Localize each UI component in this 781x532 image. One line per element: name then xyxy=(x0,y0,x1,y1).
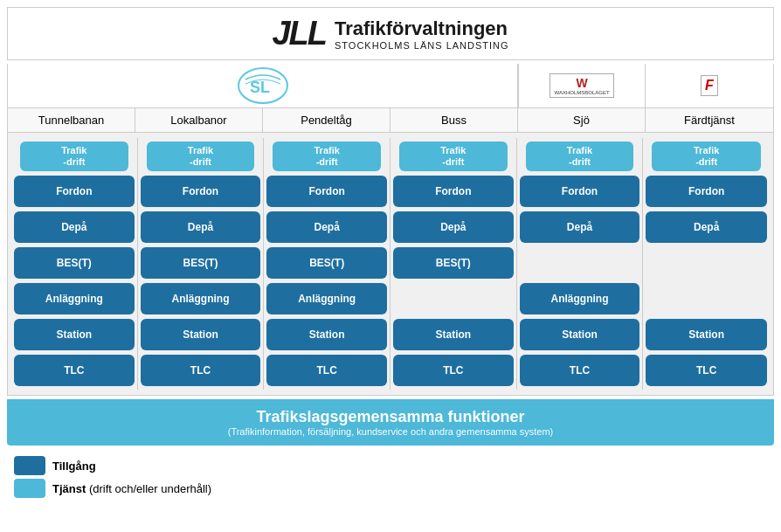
grid-btn-pendeltag-Anlggning[interactable]: Anläggning xyxy=(266,283,387,314)
waxholm-label: WAXHOLMSBOLAGET xyxy=(554,90,609,95)
grid-btn-pendeltag-Station[interactable]: Station xyxy=(266,319,387,350)
waxholm-logo-icon: W WAXHOLMSBOLAGET xyxy=(549,73,613,98)
grid-col-sjo: Trafik -driftFordonDepåAnläggningStation… xyxy=(517,138,644,390)
legend: Tillgång Tjänst (drift och/eller underhå… xyxy=(7,456,774,498)
legend-tjanst-label: Tjänst (drift och/eller underhåll) xyxy=(52,482,211,495)
col-header-buss: Buss xyxy=(390,108,518,132)
grid-btn-lokalbanor-Trafikdrift[interactable]: Trafik -drift xyxy=(147,142,255,171)
grid-empty-cell xyxy=(646,283,767,314)
legend-tjanst-normal: (drift och/eller underhåll) xyxy=(86,482,211,495)
grid-btn-tunnelbanan-BEST[interactable]: BES(T) xyxy=(14,247,135,279)
grid-btn-lokalbanor-TLC[interactable]: TLC xyxy=(141,355,261,386)
grid-btn-buss-BEST[interactable]: BES(T) xyxy=(393,247,514,279)
bottom-bar-subtitle: (Trafikinformation, försäljning, kundser… xyxy=(16,426,765,437)
grid-btn-pendeltag-Trafikdrift[interactable]: Trafik -drift xyxy=(273,142,381,171)
grid-btn-lokalbanor-Dep[interactable]: Depå xyxy=(141,211,261,243)
legend-item-tjanst: Tjänst (drift och/eller underhåll) xyxy=(14,479,774,498)
grid-btn-sjo-TLC[interactable]: TLC xyxy=(520,355,640,386)
col-header-tunnelbanan: Tunnelbanan xyxy=(8,108,135,132)
legend-item-tillgang: Tillgång xyxy=(14,456,774,475)
grid-btn-lokalbanor-Fordon[interactable]: Fordon xyxy=(141,176,261,207)
grid-col-tunnelbanan: Trafik -driftFordonDepåBES(T)AnläggningS… xyxy=(11,138,138,390)
grid-col-pendeltag: Trafik -driftFordonDepåBES(T)AnläggningS… xyxy=(264,138,390,390)
page: JLL Trafikförvaltningen STOCKHOLMS LÄNS … xyxy=(0,0,781,505)
grid-empty-cell xyxy=(520,247,640,279)
legend-tillgang-label: Tillgång xyxy=(52,459,96,473)
grid-btn-fardtjanst-Station[interactable]: Station xyxy=(646,319,767,350)
grid-btn-tunnelbanan-Dep[interactable]: Depå xyxy=(14,211,135,243)
header: JLL Trafikförvaltningen STOCKHOLMS LÄNS … xyxy=(7,7,774,60)
grid-btn-sjo-Trafikdrift[interactable]: Trafik -drift xyxy=(526,142,634,171)
fardtjanst-letter: F xyxy=(705,78,714,93)
bottom-bar: Trafikslagsgemensamma funktioner (Trafik… xyxy=(7,399,774,446)
grid-btn-sjo-Dep[interactable]: Depå xyxy=(520,211,640,243)
waxholm-w-letter: W xyxy=(576,76,587,90)
col-header-pendeltag: Pendeltåg xyxy=(263,108,390,132)
col-header-lokalbanor: Lokalbanor xyxy=(135,108,263,132)
sub-header-logos: SL W WAXHOLMSBOLAGET F xyxy=(7,64,774,107)
grid-btn-pendeltag-TLC[interactable]: TLC xyxy=(266,355,387,386)
grid-btn-pendeltag-Fordon[interactable]: Fordon xyxy=(266,176,387,207)
grid-btn-pendeltag-BEST[interactable]: BES(T) xyxy=(266,247,387,279)
legend-light-box xyxy=(14,479,45,498)
fardtjanst-logo-icon: F xyxy=(701,75,718,96)
grid-btn-sjo-Fordon[interactable]: Fordon xyxy=(520,176,640,207)
grid-btn-buss-Dep[interactable]: Depå xyxy=(393,211,514,243)
grid-btn-lokalbanor-Anlggning[interactable]: Anläggning xyxy=(141,283,261,314)
grid-btn-fardtjanst-Trafikdrift[interactable]: Trafik -drift xyxy=(652,142,761,171)
grid-btn-tunnelbanan-Anlggning[interactable]: Anläggning xyxy=(14,283,135,314)
grid-col-fardtjanst: Trafik -driftFordonDepåStationTLC xyxy=(643,138,770,390)
col-header-sjo: Sjö xyxy=(518,108,646,132)
logo-subtitle: STOCKHOLMS LÄNS LANDSTING xyxy=(335,40,509,51)
grid-btn-tunnelbanan-Fordon[interactable]: Fordon xyxy=(14,176,135,207)
column-headers: Tunnelbanan Lokalbanor Pendeltåg Buss Sj… xyxy=(7,107,774,132)
grid-btn-fardtjanst-Fordon[interactable]: Fordon xyxy=(646,176,767,207)
sl-logo-cell: SL xyxy=(8,64,518,107)
grid-btn-lokalbanor-Station[interactable]: Station xyxy=(141,319,261,350)
logo-text: Trafikförvaltningen STOCKHOLMS LÄNS LAND… xyxy=(335,17,509,51)
grid-btn-buss-Fordon[interactable]: Fordon xyxy=(393,176,514,207)
grid-btn-pendeltag-Dep[interactable]: Depå xyxy=(266,211,387,243)
grid-btn-tunnelbanan-TLC[interactable]: TLC xyxy=(14,355,135,386)
bottom-bar-title: Trafikslagsgemensamma funktioner xyxy=(16,408,765,426)
grid-btn-fardtjanst-TLC[interactable]: TLC xyxy=(646,355,767,386)
col-header-fardtjanst: Färdtjänst xyxy=(646,108,773,132)
grid-empty-cell xyxy=(646,247,767,279)
grid-empty-cell xyxy=(393,283,514,314)
grid-btn-buss-Station[interactable]: Station xyxy=(393,319,514,350)
grid-col-lokalbanor: Trafik -driftFordonDepåBES(T)AnläggningS… xyxy=(138,138,265,390)
grid-btn-buss-TLC[interactable]: TLC xyxy=(393,355,514,386)
grid-btn-buss-Trafikdrift[interactable]: Trafik -drift xyxy=(399,142,508,171)
grid-btn-lokalbanor-BEST[interactable]: BES(T) xyxy=(141,247,261,279)
logo-title: Trafikförvaltningen xyxy=(335,17,509,40)
logo-jl-icon: JLL xyxy=(272,15,326,52)
grid-btn-tunnelbanan-Trafikdrift[interactable]: Trafik -drift xyxy=(20,142,128,171)
waxholm-logo-cell: W WAXHOLMSBOLAGET xyxy=(518,64,646,107)
grid-btn-fardtjanst-Dep[interactable]: Depå xyxy=(646,211,767,243)
fardtjanst-logo-cell: F xyxy=(646,64,773,107)
grid-col-buss: Trafik -driftFordonDepåBES(T)StationTLC xyxy=(390,138,517,390)
legend-tjanst-bold: Tjänst xyxy=(52,482,86,495)
sl-logo-icon: SL xyxy=(237,66,289,106)
grid-btn-sjo-Anlggning[interactable]: Anläggning xyxy=(520,283,640,314)
main-grid: Trafik -driftFordonDepåBES(T)AnläggningS… xyxy=(7,132,774,396)
grid-btn-tunnelbanan-Station[interactable]: Station xyxy=(14,319,135,350)
legend-dark-box xyxy=(14,456,45,475)
grid-btn-sjo-Station[interactable]: Station xyxy=(520,319,640,350)
